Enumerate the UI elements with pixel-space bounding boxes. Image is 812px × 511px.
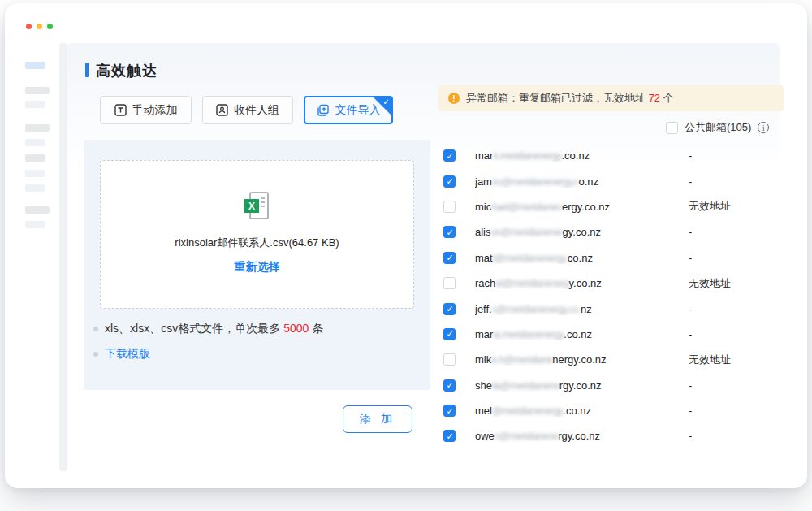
recipient-status: -: [689, 303, 692, 315]
blurred-email-segment: n@meridianene: [495, 431, 558, 442]
file-import-icon: [317, 104, 330, 117]
bullet-dot-icon: [93, 327, 98, 331]
recipient-checkbox[interactable]: [443, 303, 456, 315]
recipient-status: 无效地址: [689, 276, 731, 291]
sidebar-skeleton-bar: [25, 184, 45, 192]
sidebar-skeleton-bar: [25, 139, 45, 146]
recipient-row: michael@meridianenergy.co.nz 无效地址: [438, 194, 796, 219]
recipient-checkbox[interactable]: [443, 226, 456, 238]
add-button[interactable]: 添 加: [343, 405, 412, 433]
recipient-email: mark.meridianenergy.co.nz: [475, 149, 652, 162]
recipient-checkbox[interactable]: [443, 277, 456, 289]
recipient-row: mike.h@meridianenergy.co.nz 无效地址: [438, 347, 796, 372]
invalid-count: 72: [649, 92, 660, 104]
recipient-email: sheila@meridianenergy.co.nz: [475, 379, 652, 392]
download-template-row: 下载模版: [93, 347, 150, 362]
recipient-status: -: [689, 328, 692, 340]
recipient-checkbox[interactable]: [443, 175, 456, 188]
recipient-row: owen@meridianenergy.co.nz -: [438, 423, 796, 448]
recipient-checkbox[interactable]: [443, 430, 456, 442]
blurred-email-segment: @meridianenergy: [492, 405, 563, 417]
reselect-link[interactable]: 重新选择: [101, 260, 413, 275]
public-mailbox-row: 公共邮箱(105) i: [666, 120, 769, 135]
recipient-row: alison@meridianenergy.co.nz -: [438, 219, 796, 245]
recipient-status: -: [689, 149, 692, 162]
recipient-email: maria.meridianenergy.co.nz: [475, 328, 652, 340]
sidebar-skeleton-bar: [25, 124, 50, 132]
recipient-row: james@meridianenergy.co.nz -: [438, 168, 796, 193]
blurred-email-segment: hael@meridianen: [491, 201, 562, 213]
blurred-email-segment: on@meridianener: [491, 227, 563, 238]
recipient-status: 无效地址: [689, 353, 731, 367]
recipient-checkbox[interactable]: [443, 379, 456, 392]
recipient-status: -: [689, 430, 692, 442]
minimize-window-icon[interactable]: [37, 24, 42, 29]
recipient-row: mark.meridianenergy.co.nz -: [438, 143, 796, 168]
blurred-email-segment: s@meridianenergy.co.: [492, 304, 581, 315]
tab-manual-add-label: 手动添加: [132, 103, 178, 118]
recipient-email: mel@meridianenergy.co.nz: [475, 405, 652, 417]
sidebar-skeleton-bar: [25, 154, 45, 162]
recipient-email: alison@meridianenergy.co.nz: [475, 226, 652, 238]
bullet-dot-icon: [93, 352, 98, 357]
recipient-checkbox[interactable]: [443, 405, 456, 417]
recipient-status: -: [689, 405, 692, 417]
tab-recipient-group-label: 收件人组: [234, 103, 279, 118]
abnormal-mailbox-alert: ! 异常邮箱：重复邮箱已过滤，无效地址 72 个: [438, 85, 784, 111]
blurred-email-segment: e.h@meridiane: [491, 354, 552, 366]
format-hint: xls、xlsx、csv格式文件，单次最多 5000 条: [93, 322, 323, 336]
sidebar-divider: [59, 43, 67, 471]
blurred-email-segment: k.meridianenergy: [493, 150, 561, 162]
maximize-window-icon[interactable]: [47, 24, 53, 29]
recipient-checkbox[interactable]: [443, 328, 456, 340]
info-icon[interactable]: i: [758, 122, 769, 133]
recipient-row: rachel@meridianenergy.co.nz 无效地址: [438, 271, 796, 296]
excel-file-icon: X: [241, 190, 274, 226]
sidebar-skeleton-bar: [25, 206, 50, 214]
recipient-email: owen@meridianenergy.co.nz: [475, 430, 652, 442]
blurred-email-segment: ia.meridianenergy: [493, 329, 564, 340]
recipient-list: mark.meridianenergy.co.nz - james@meridi…: [438, 143, 796, 449]
recipient-email: mike.h@meridianenergy.co.nz: [475, 353, 652, 366]
recipient-status: -: [689, 379, 692, 392]
tab-recipient-group[interactable]: 收件人组: [202, 96, 293, 124]
page-title: 高效触达: [96, 61, 158, 80]
upload-panel: X rixinsolar邮件联系人.csv(64.67 KB) 重新选择 xls…: [84, 140, 430, 390]
title-accent-bar: [85, 63, 89, 77]
recipient-checkbox[interactable]: [443, 201, 456, 213]
public-mailbox-checkbox[interactable]: [666, 122, 678, 134]
selected-check-icon: ✓: [383, 97, 390, 106]
recipient-email: matt@meridianenergy.co.nz: [475, 252, 652, 264]
close-window-icon[interactable]: [26, 24, 32, 29]
recipient-email: jeff.s@meridianenergy.co.nz: [475, 303, 652, 315]
recipient-email: james@meridianenergy.co.nz: [475, 175, 652, 188]
sidebar-skeleton-bar: [25, 221, 45, 228]
blurred-email-segment: t@meridianenergy.: [493, 253, 568, 264]
tab-manual-add[interactable]: 手动添加: [100, 96, 192, 124]
recipient-checkbox[interactable]: [443, 252, 456, 264]
recipient-checkbox[interactable]: [443, 149, 456, 162]
recipient-checkbox[interactable]: [443, 353, 456, 366]
upload-dropzone[interactable]: X rixinsolar邮件联系人.csv(64.67 KB) 重新选择: [100, 160, 414, 309]
manual-add-icon: [114, 104, 127, 116]
uploaded-file-name: rixinsolar邮件联系人.csv(64.67 KB): [101, 236, 413, 250]
recipient-email: rachel@meridianenergy.co.nz: [475, 277, 652, 289]
sidebar-skeleton-bar: [25, 62, 45, 69]
svg-text:X: X: [248, 201, 254, 212]
blurred-email-segment: ila@meridianene: [492, 380, 559, 392]
public-mailbox-label: 公共邮箱(105): [685, 120, 751, 135]
recipient-email: michael@meridianenergy.co.nz: [475, 201, 652, 213]
recipient-row: jeff.s@meridianenergy.co.nz -: [438, 296, 796, 321]
warning-icon: !: [448, 93, 460, 104]
download-template-link[interactable]: 下载模版: [105, 347, 150, 362]
recipient-row: sheila@meridianenergy.co.nz -: [438, 373, 796, 398]
sidebar-skeleton-bar: [25, 87, 50, 94]
recipient-status: -: [689, 252, 692, 264]
tab-file-import[interactable]: 文件导入 ✓: [304, 96, 393, 124]
recipient-row: maria.meridianenergy.co.nz -: [438, 322, 796, 347]
format-hint-text: xls、xlsx、csv格式文件，单次最多 5000 条: [105, 322, 323, 336]
recipient-status: -: [689, 175, 692, 188]
sidebar-skeleton-bar: [25, 101, 45, 108]
window-controls: [26, 24, 53, 29]
sidebar-skeleton-bar: [25, 170, 45, 177]
